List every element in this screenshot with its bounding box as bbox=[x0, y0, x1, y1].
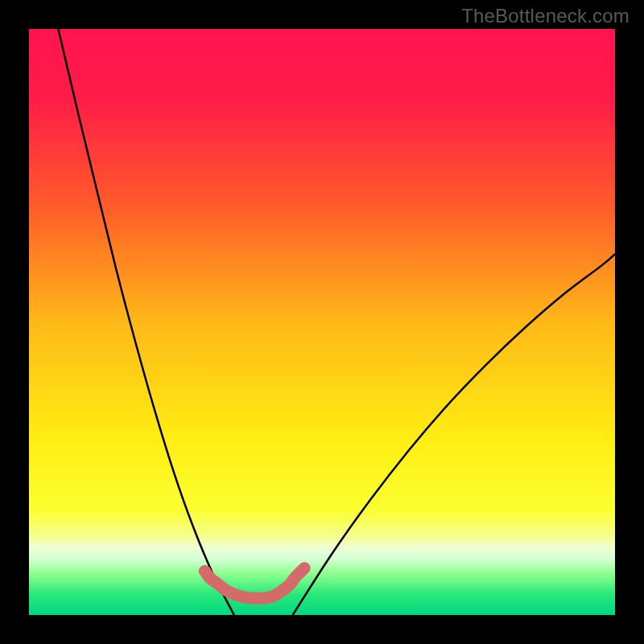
data-marker bbox=[299, 563, 310, 574]
data-marker bbox=[263, 592, 275, 603]
chart-svg bbox=[29, 29, 615, 615]
left-curve bbox=[58, 29, 233, 615]
watermark-text: TheBottleneck.com bbox=[461, 5, 630, 27]
data-marker bbox=[211, 577, 222, 588]
plot-area bbox=[29, 29, 615, 615]
chart-frame: TheBottleneck.com bbox=[0, 0, 644, 644]
data-marker bbox=[240, 592, 251, 603]
data-marker bbox=[223, 586, 234, 597]
data-marker bbox=[290, 572, 301, 583]
data-marker bbox=[275, 586, 287, 597]
right-curve bbox=[293, 254, 615, 615]
